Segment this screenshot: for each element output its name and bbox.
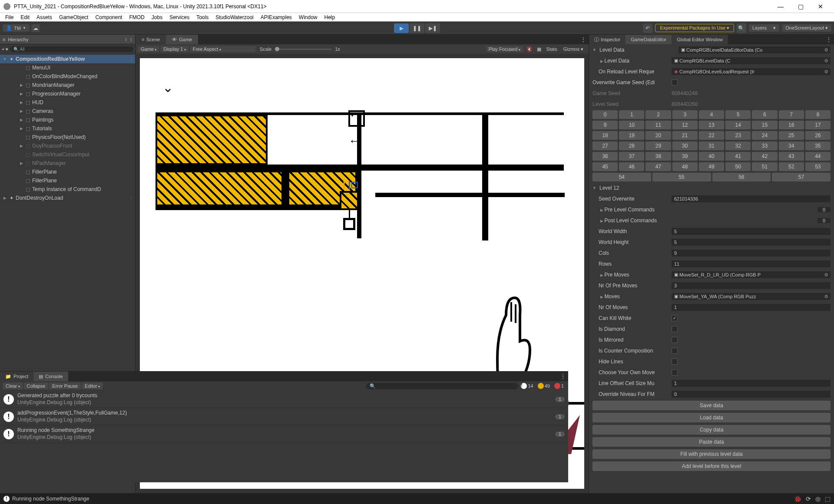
level-button[interactable]: 15 [752,121,777,129]
level-button[interactable]: 18 [592,131,618,140]
bug-icon[interactable]: 🐞 [794,495,801,502]
level-button[interactable]: 22 [699,131,724,140]
step-button[interactable]: ▶❚ [425,23,440,33]
context-menu-icon[interactable]: ⋮ [129,57,133,62]
menu-apiexamples[interactable]: APIExamples [257,14,295,20]
number-field[interactable]: 11 [672,260,831,267]
level-button[interactable]: 41 [725,152,751,161]
panel-menu-icon[interactable]: ⋮ [824,35,834,44]
menu-tools[interactable]: Tools [193,14,212,20]
level-button[interactable]: 37 [619,152,644,161]
error-pause-button[interactable]: Error Pause [49,382,81,389]
error-count[interactable]: 1 [553,383,566,389]
level-button[interactable]: 10 [619,121,644,129]
log-entry[interactable]: !Generated puzzle after 0 trycountsUnity… [0,391,568,408]
panel-menu-icon[interactable]: ⋮ [578,35,589,44]
expand-arrow-icon[interactable]: ▶ [3,196,7,200]
level-button[interactable]: 46 [619,162,644,171]
number-field[interactable]: 5 [672,239,831,246]
level-button[interactable]: 13 [699,121,724,129]
foldout-arrow-icon[interactable]: ▼ [592,48,598,52]
menu-studiowaterzooi[interactable]: StudioWaterzooi [212,14,257,20]
chevron-down-icon[interactable]: ⌄ [162,80,173,95]
level-button[interactable]: 21 [672,131,698,140]
level-button[interactable]: 52 [779,162,804,171]
level-button[interactable]: 26 [805,131,831,140]
level-button[interactable]: 55 [652,173,711,181]
sync-off-icon[interactable]: ⟳ [806,495,811,502]
hierarchy-tab[interactable]: ≡ Hierarchy ⫶ ⋮ [0,35,135,44]
level-button[interactable]: 34 [779,142,804,150]
context-menu-icon[interactable]: ⋮ [129,196,133,201]
save-data-button[interactable]: Save data [592,401,831,410]
number-field[interactable]: 5 [672,228,831,235]
console-body[interactable]: !Generated puzzle after 0 trycountsUnity… [0,391,568,482]
info-count[interactable]: !14 [519,383,535,389]
search-button[interactable]: 🔍 [737,23,746,33]
close-button[interactable]: ✕ [811,0,831,13]
tab-game[interactable]: 👁Game [166,35,198,44]
aspect-dropdown[interactable]: Free Aspect [190,46,255,52]
tree-scene-root[interactable]: ▼ ✦ CompositionRedBlueYellow ⋮ [0,55,135,63]
tab-console[interactable]: ▤Console [33,372,68,381]
experimental-warning[interactable]: Experimental Packages In Use ▾ [655,24,734,32]
game-mode-dropdown[interactable]: Game [138,46,159,52]
level-button[interactable]: 33 [752,142,777,150]
menu-file[interactable]: File [2,14,17,20]
tree-item[interactable]: ⬚FillerPlane [0,168,135,176]
level-button[interactable]: 6 [752,110,777,119]
menu-assets[interactable]: Assets [33,14,56,20]
level-button[interactable]: 11 [645,121,671,129]
editor-dropdown[interactable]: Editor [82,382,103,389]
expand-arrow-icon[interactable]: ▶ [19,161,23,165]
stats-button[interactable]: Stats [544,46,560,52]
layout-dropdown[interactable]: OneScreenLayout ▾ [782,24,831,32]
level-button[interactable]: 38 [645,152,671,161]
panel-menu-icon[interactable]: ⫶ ⋮ [125,37,132,42]
tab-project[interactable]: 📁Project [0,372,33,381]
menu-fmod[interactable]: FMOD [126,14,148,20]
level-button[interactable]: 16 [779,121,804,129]
tree-item[interactable]: ▶⬚HUD [0,98,135,107]
level-button[interactable]: 56 [712,173,771,181]
object-field[interactable]: ◉CompRGBOnLevelLoadRequest (Ir⊙ [672,68,831,75]
tree-item[interactable]: ▶⬚GuyPicassoFront [0,142,135,150]
display-dropdown[interactable]: Display 1 [161,46,188,52]
level-button[interactable]: 14 [725,121,751,129]
build-icon[interactable]: ⬚ [825,495,831,502]
level-button[interactable]: 25 [779,131,804,140]
expand-arrow-icon[interactable]: ▼ [3,57,7,61]
level-button[interactable]: 51 [752,162,777,171]
object-field[interactable]: ▣CompRGBLevelData (C⊙ [672,57,831,64]
level-button[interactable]: 2 [645,110,671,119]
level-button[interactable]: 39 [672,152,698,161]
checkbox[interactable] [672,348,678,354]
array-count[interactable]: 0 [817,218,831,223]
tree-scene-dontdestroy[interactable]: ▶ ✦ DontDestroyOnLoad ⋮ [0,194,135,202]
level-button[interactable]: 31 [699,142,724,150]
level-button[interactable]: 53 [805,162,831,171]
tree-item[interactable]: ⬚MenuUI [0,63,135,72]
expand-arrow-icon[interactable]: ▶ [19,109,23,113]
array-count[interactable]: 0 [817,207,831,212]
level-button[interactable]: 36 [592,152,618,161]
level-button[interactable]: 12 [672,121,698,129]
cache-icon[interactable]: ◎ [815,495,821,502]
tree-item[interactable]: ⬚PhysicsFloor(NotUsed) [0,133,135,142]
level-button[interactable]: 45 [592,162,618,171]
level-button[interactable]: 3 [672,110,698,119]
load-data-button[interactable]: Load data [592,413,831,422]
level-button[interactable]: 32 [725,142,751,150]
tree-item[interactable]: ▶⬚Tutorials [0,124,135,133]
number-field[interactable]: 1 [672,380,831,387]
tree-item[interactable]: ⬚SwitchVirtualCursorInput [0,150,135,159]
level-button[interactable]: 23 [725,131,751,140]
level-button[interactable]: 30 [672,142,698,150]
checkbox[interactable]: ✓ [672,315,678,321]
menu-gameobject[interactable]: GameObject [56,14,92,20]
tree-item[interactable]: ▶⬚Paintings [0,115,135,124]
level-button[interactable]: 9 [592,121,618,129]
tab-scene[interactable]: ⌗Scene [136,35,166,44]
expand-arrow-icon[interactable]: ▶ [19,126,23,131]
collapse-button[interactable]: Collapse [24,382,49,389]
